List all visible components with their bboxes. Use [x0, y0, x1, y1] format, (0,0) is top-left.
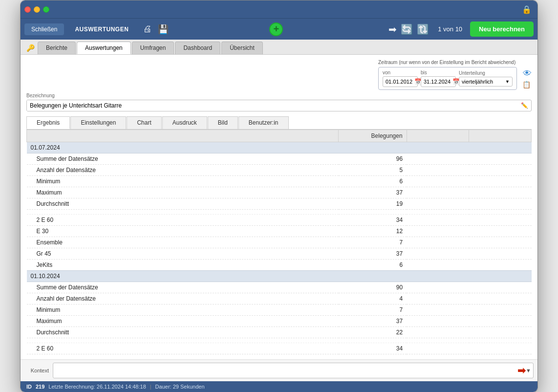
sub-tabs: Ergebnis Einstellungen Chart Ausdruck Bi… — [26, 116, 532, 130]
table-row: Durchschnitt19 — [27, 198, 532, 210]
bis-label: bis — [421, 70, 427, 75]
bis-value: 31.12.2024 — [424, 79, 451, 85]
row-label: Durchschnitt — [27, 327, 339, 338]
col-header-extra2 — [469, 130, 532, 142]
row-col4 — [469, 165, 532, 176]
col-header-belegungen: Belegungen — [339, 130, 407, 142]
sub-tab-ergebnis[interactable]: Ergebnis — [26, 116, 70, 129]
row-value: 19 — [339, 198, 407, 210]
row-col4 — [469, 153, 532, 165]
status-separator: | — [150, 384, 151, 390]
sub-tab-bild[interactable]: Bild — [208, 116, 238, 129]
unterteilung-input[interactable]: vierteljährlich ▼ — [459, 77, 513, 87]
status-id-value: 219 — [36, 384, 44, 390]
sub-tab-einstellungen[interactable]: Einstellungen — [70, 116, 126, 129]
row-value: 37 — [339, 316, 407, 327]
table-row: Anzahl der Datensätze4 — [27, 293, 532, 305]
toolbar-center: + — [269, 22, 283, 36]
auswertungen-button[interactable]: AUSWERTUNGEN — [68, 23, 135, 35]
close-traffic-light[interactable] — [24, 6, 31, 13]
schliessen-button[interactable]: Schließen — [24, 23, 64, 35]
bezeichnung-input[interactable] — [27, 100, 518, 111]
row-col3 — [407, 226, 469, 237]
row-col4 — [469, 226, 532, 237]
sub-tab-benutzer[interactable]: Benutzer:in — [238, 116, 289, 129]
row-value: 4 — [339, 293, 407, 305]
row-col4 — [469, 282, 532, 293]
row-col3 — [407, 343, 469, 354]
row-col4 — [469, 176, 532, 187]
status-duration: Dauer: 29 Sekunden — [155, 384, 205, 390]
row-value: 22 — [339, 327, 407, 338]
nav-refresh-icon[interactable]: 🔄 — [400, 22, 414, 36]
row-col3 — [407, 237, 469, 248]
row-label: Durchschnitt — [27, 198, 339, 210]
section-date-val — [339, 142, 407, 153]
bezeichnung-field-group: Bezeichnung ✏️ — [26, 93, 532, 111]
row-col3 — [407, 153, 469, 165]
table-row: 2 E 6034 — [27, 343, 532, 354]
tab-umfragen[interactable]: Umfragen — [132, 42, 174, 54]
unterteilung-chevron: ▼ — [505, 79, 510, 84]
bezeichnung-input-row: ✏️ — [26, 100, 532, 111]
table-row: JeKits6 — [27, 260, 532, 271]
table-row: Minimum6 — [27, 176, 532, 187]
row-label: Anzahl der Datensätze — [27, 165, 339, 176]
row-value: 34 — [339, 343, 407, 354]
row-col4 — [469, 248, 532, 260]
sub-tab-ausdruck[interactable]: Ausdruck — [162, 116, 207, 129]
unterteilung-value: vierteljährlich — [462, 79, 493, 85]
eye-icon-button[interactable]: 👁 — [523, 68, 532, 79]
nav-back-icon[interactable]: 🔃 — [416, 22, 430, 36]
neu-berechnen-button[interactable]: Neu berechnen — [470, 22, 534, 37]
von-label: von — [383, 70, 390, 75]
row-label: Anzahl der Datensätze — [27, 293, 339, 305]
kontext-label: Kontext — [24, 368, 49, 373]
row-col3 — [407, 215, 469, 226]
arrow-right-icon: ➡ — [517, 365, 526, 376]
row-value: 12 — [339, 226, 407, 237]
notes-icon-button[interactable]: 📋 — [522, 81, 531, 88]
row-value: 34 — [339, 215, 407, 226]
row-col4 — [469, 293, 532, 305]
row-value: 37 — [339, 187, 407, 198]
tab-uebersicht[interactable]: Übersicht — [221, 42, 263, 54]
row-label: Summe der Datensätze — [27, 153, 339, 165]
table-row: Summe der Datensätze90 — [27, 282, 532, 293]
sub-tab-chart[interactable]: Chart — [127, 116, 161, 129]
bis-input[interactable]: 31.12.2024 📅 — [421, 76, 456, 87]
maximize-traffic-light[interactable] — [43, 6, 49, 13]
table-section-header: 01.10.2024 — [27, 271, 532, 282]
table-row: Gr 4537 — [27, 248, 532, 260]
tab-dashboard[interactable]: Dashboard — [175, 42, 220, 54]
row-label: 2 E 60 — [27, 343, 339, 354]
row-col4 — [469, 187, 532, 198]
add-button[interactable]: + — [269, 22, 283, 36]
kontext-input[interactable]: ➡ ▼ — [53, 363, 534, 378]
row-col3 — [407, 305, 469, 316]
tabs-row: 🔑 Berichte Auswertungen Umfragen Dashboa… — [21, 40, 537, 55]
tab-berichte[interactable]: Berichte — [38, 42, 76, 54]
von-input[interactable]: 01.01.2012 📅 — [383, 76, 418, 87]
zeitraum-hint-label: Zeitraum (nur wenn von der Einstellung i… — [378, 60, 515, 65]
von-field-group: von 01.01.2012 📅 — [383, 70, 418, 87]
bis-field-group: bis 31.12.2024 📅 — [421, 70, 456, 87]
row-label: Gr 45 — [27, 248, 339, 260]
data-table: Belegungen 01.07.2024Summe der Datensätz… — [26, 130, 532, 354]
kontext-dropdown-chevron[interactable]: ▼ — [526, 368, 531, 373]
table-row: Summe der Datensätze96 — [27, 153, 532, 165]
row-label: Minimum — [27, 305, 339, 316]
row-col3 — [407, 165, 469, 176]
traffic-lights — [24, 6, 49, 13]
row-value: 96 — [339, 153, 407, 165]
table-row: Maximum37 — [27, 187, 532, 198]
tab-auswertungen[interactable]: Auswertungen — [77, 42, 131, 54]
row-col3 — [407, 198, 469, 210]
edit-icon[interactable]: ✏️ — [518, 100, 531, 111]
print-icon[interactable]: 🖨 — [141, 23, 154, 36]
minimize-traffic-light[interactable] — [34, 6, 40, 13]
save-icon[interactable]: 💾 — [156, 23, 171, 36]
unterteilung-label: Unterteilung — [459, 70, 485, 76]
table-row: Durchschnitt22 — [27, 327, 532, 338]
nav-forward-icon[interactable]: ➡ — [387, 22, 398, 36]
